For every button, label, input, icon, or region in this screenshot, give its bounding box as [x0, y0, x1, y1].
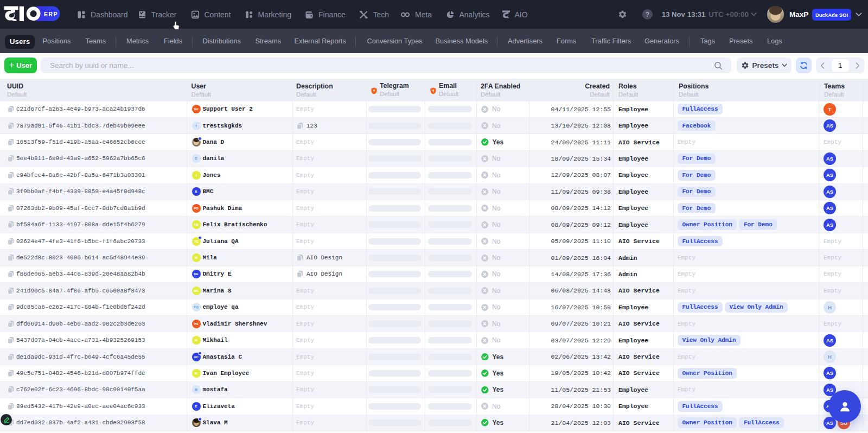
svg-text:ERP: ERP — [44, 10, 58, 17]
